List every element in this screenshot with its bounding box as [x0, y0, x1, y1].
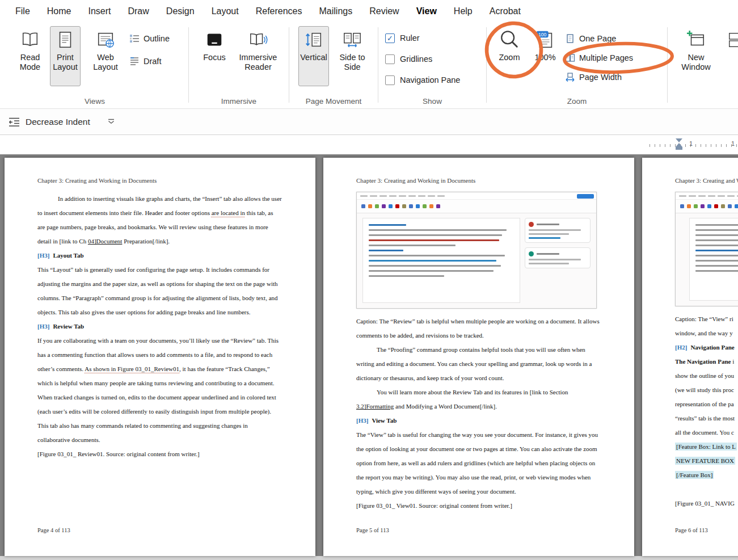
page-width-button[interactable]: Page Width: [565, 70, 633, 84]
doc-line-body: collaborative documents.: [37, 433, 282, 447]
menu-tab-view[interactable]: View: [408, 6, 445, 16]
doc-line-body: which is helpful when many people are ta…: [37, 376, 282, 390]
doc-line-h3: [H3]View Tab: [356, 414, 601, 428]
zoom-button[interactable]: Zoom: [491, 26, 528, 86]
vertical-button[interactable]: Vertical: [298, 26, 329, 86]
arrange-all-button[interactable]: [720, 26, 738, 86]
checkbox-gridlines[interactable]: Gridlines: [385, 52, 460, 66]
menu-tab-design[interactable]: Design: [158, 6, 203, 16]
one-page-icon: [565, 33, 575, 44]
doc-line-body: the option of looking at your document o…: [356, 442, 601, 456]
menu-tab-acrobat[interactable]: Acrobat: [481, 6, 529, 16]
menu-tab-file[interactable]: File: [7, 6, 39, 16]
print-layout-icon: [54, 29, 76, 50]
mini-ribbon: [357, 200, 596, 213]
doc-line-body: objects. This tab also gives the user op…: [37, 305, 282, 319]
zoom-badge: 100: [538, 32, 547, 37]
page-movement-group-label: Page Movement: [289, 97, 378, 106]
outline-icon: [129, 33, 140, 44]
doc-line-body: “results” tab is the most: [675, 411, 738, 426]
hanging-indent-marker[interactable]: [676, 143, 682, 147]
show-checkbox-list: ✓RulerGridlinesNavigation Pane: [385, 26, 460, 87]
one-page-button[interactable]: One Page: [565, 32, 633, 45]
text-run: As shown in Figure 03_01_Review01: [85, 365, 179, 372]
mini-menubar: [357, 192, 596, 200]
doc-line-body: has a commenting function that allows us…: [37, 348, 282, 362]
web-layout-button[interactable]: Web Layout: [88, 26, 123, 86]
text-run: 3.2]Formatting: [356, 403, 394, 410]
focus-label: Focus: [203, 53, 226, 62]
page-body: In addition to inserting visuals like gr…: [37, 192, 282, 461]
page-footer: Page 4 of 113: [37, 527, 70, 533]
indent-marker[interactable]: [676, 138, 682, 150]
focus-button[interactable]: Focus: [199, 26, 230, 86]
menu-tab-help[interactable]: Help: [445, 6, 481, 16]
menu-tab-insert[interactable]: Insert: [79, 6, 119, 16]
doc-line-body: This “Layout” tab is generally used for …: [37, 263, 282, 277]
ruler-band: 1 1: [0, 135, 738, 154]
menu-tab-draw[interactable]: Draw: [119, 6, 157, 16]
doc-line-body: [Figure 03_01_ View01. Source: original …: [356, 499, 601, 513]
one-page-label: One Page: [579, 34, 616, 43]
highlighted-text: [/Feature Box]: [675, 471, 714, 479]
show-group-label: Show: [378, 97, 486, 106]
multiple-pages-button[interactable]: Multiple Pages: [565, 51, 633, 65]
doc-line-body: [Figure 03_01_ Review01. Source: origina…: [37, 447, 282, 461]
new-window-button[interactable]: New Window: [678, 26, 714, 86]
doc-line-h3: [H3]Layout Tab: [37, 249, 282, 263]
zoom-100-button[interactable]: 100 100%: [529, 26, 562, 86]
heading-text: Review Tab: [53, 323, 84, 330]
heading-tag: [H3]: [356, 417, 368, 424]
text-run: Preparation[/link].: [122, 238, 170, 245]
checkbox-box-icon: [385, 54, 395, 64]
doc-line-body: columns. The “Paragraph” command group i…: [37, 291, 282, 305]
checkbox-navigation-pane[interactable]: Navigation Pane: [385, 73, 460, 87]
horizontal-ruler[interactable]: 1 1: [650, 138, 738, 151]
page-4[interactable]: Chapter 3: Creating and Working in Docum…: [5, 158, 315, 556]
dropdown-chevron-icon[interactable]: [107, 119, 115, 125]
text-run: 04]Document: [88, 238, 122, 245]
page-width-icon: [565, 72, 575, 82]
page-5[interactable]: Chapter 3: Creating and Working in Docum…: [323, 158, 634, 556]
zoom-group-label: Zoom: [487, 97, 667, 106]
doc-line-body: 3.2]Formatting and Modifying a Word Docu…: [356, 399, 601, 414]
focus-icon: [204, 29, 225, 50]
menu-tab-review[interactable]: Review: [361, 6, 407, 16]
highlighted-text: [Feature Box: Link to L: [675, 443, 737, 450]
text-run: are located in: [212, 209, 245, 216]
menu-tab-home[interactable]: Home: [39, 6, 80, 16]
vertical-icon: [303, 29, 324, 50]
read-mode-label: Read Mode: [14, 53, 46, 71]
read-mode-button[interactable]: Read Mode: [14, 26, 47, 86]
print-layout-label: Print Layout: [50, 53, 80, 71]
checkbox-ruler[interactable]: ✓Ruler: [385, 31, 460, 45]
document-canvas[interactable]: Chapter 3: Creating and Working in Docum…: [0, 154, 738, 560]
menu-tab-references[interactable]: References: [247, 6, 311, 16]
mini-comment-card: [525, 218, 591, 243]
zoom-100-label: 100%: [534, 53, 555, 62]
menu-tab-mailings[interactable]: Mailings: [311, 6, 361, 16]
side-to-side-button[interactable]: Side to Side: [335, 26, 370, 86]
doc-line-body: [Figure 03_01_ NAVIG: [675, 496, 738, 511]
heading-tag: [H3]: [37, 323, 49, 330]
mini-comment-card: [525, 247, 591, 268]
mini-menubar: [676, 192, 738, 200]
text-run: and Modifying a Word Document[/link].: [394, 403, 497, 410]
outline-button[interactable]: Outline: [129, 32, 170, 45]
draft-button[interactable]: Draft: [129, 54, 170, 68]
menu-tab-layout[interactable]: Layout: [203, 6, 247, 16]
menu-bar: FileHomeInsertDrawDesignLayoutReferences…: [0, 0, 738, 23]
ribbon-group-page-movement: Vertical Side to Side Page Movement: [289, 23, 378, 108]
immersive-reader-label: Immersive Reader: [234, 53, 282, 71]
doc-line-h2: [H2]Navigation Pane: [675, 340, 738, 355]
print-layout-button[interactable]: Print Layout: [50, 26, 81, 86]
immersive-reader-button[interactable]: Immersive Reader: [233, 26, 283, 86]
highlighted-text: NEW FEATURE BOX: [675, 457, 735, 465]
first-line-indent-marker[interactable]: [676, 138, 682, 142]
doc-line-body: The “View” tab is useful for changing th…: [356, 428, 601, 442]
figure-view-screenshot: [675, 192, 738, 306]
ribbon-group-views: Read Mode Print Layout Web Layout: [1, 23, 188, 108]
decrease-indent-button[interactable]: Decrease Indent: [8, 116, 90, 128]
page-6[interactable]: Chapter 3: Creating and Working in Docum…: [642, 158, 738, 556]
left-indent-marker[interactable]: [676, 147, 682, 150]
